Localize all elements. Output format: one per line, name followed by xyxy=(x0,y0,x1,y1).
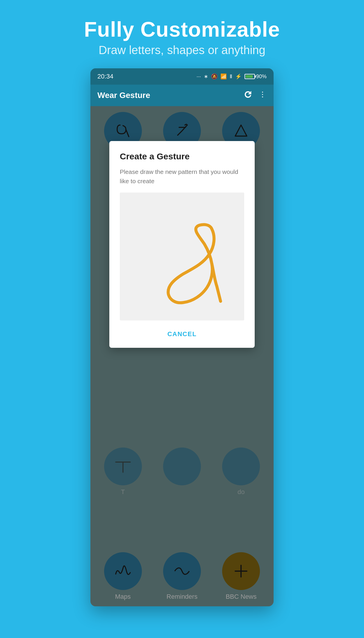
create-gesture-dialog: Create a Gesture Please draw the new pat… xyxy=(109,141,255,348)
phone-frame: 20:34 ··· ∗ 🔕 📶 Ⅱ ⚡ 90% Wear Gesture xyxy=(90,68,274,606)
dialog-title: Create a Gesture xyxy=(120,152,244,161)
app-bar: Wear Gesture xyxy=(90,85,274,106)
svg-point-0 xyxy=(262,92,263,93)
signal-icon: Ⅱ xyxy=(230,73,232,80)
svg-point-2 xyxy=(262,96,263,97)
svg-point-1 xyxy=(262,94,263,95)
dots-icon: ··· xyxy=(197,74,201,80)
battery-indicator: 90% xyxy=(245,74,267,80)
phone-content: R Create a Gesture Please draw the new p… xyxy=(90,106,274,606)
status-time: 20:34 xyxy=(97,73,113,80)
bluetooth-icon: ∗ xyxy=(204,73,208,80)
hero-title: Fully Customizable xyxy=(84,17,280,41)
status-icons: ··· ∗ 🔕 📶 Ⅱ ⚡ 90% xyxy=(197,73,267,80)
battery-bar xyxy=(245,74,255,79)
status-bar: 20:34 ··· ∗ 🔕 📶 Ⅱ ⚡ 90% xyxy=(90,68,274,85)
battery-text: 90% xyxy=(256,74,267,80)
cancel-button[interactable]: CANCEL xyxy=(162,327,203,341)
dialog-message: Please draw the new pattern that you wou… xyxy=(120,167,244,186)
wifi-icon: 📶 xyxy=(220,73,227,80)
dialog-overlay: Create a Gesture Please draw the new pat… xyxy=(90,106,274,606)
lightning-icon: ⚡ xyxy=(235,73,242,80)
dialog-actions: CANCEL xyxy=(120,320,244,348)
bell-icon: 🔕 xyxy=(211,73,217,80)
app-bar-title: Wear Gesture xyxy=(97,91,150,100)
refresh-icon[interactable] xyxy=(243,90,253,101)
hero-subtitle: Draw letters, shapes or anything xyxy=(99,44,265,57)
gesture-drawing-area[interactable] xyxy=(120,193,244,320)
hero-section: Fully Customizable Draw letters, shapes … xyxy=(0,0,364,68)
app-bar-actions xyxy=(243,90,267,101)
battery-fill xyxy=(246,75,253,78)
more-options-icon[interactable] xyxy=(258,90,267,101)
